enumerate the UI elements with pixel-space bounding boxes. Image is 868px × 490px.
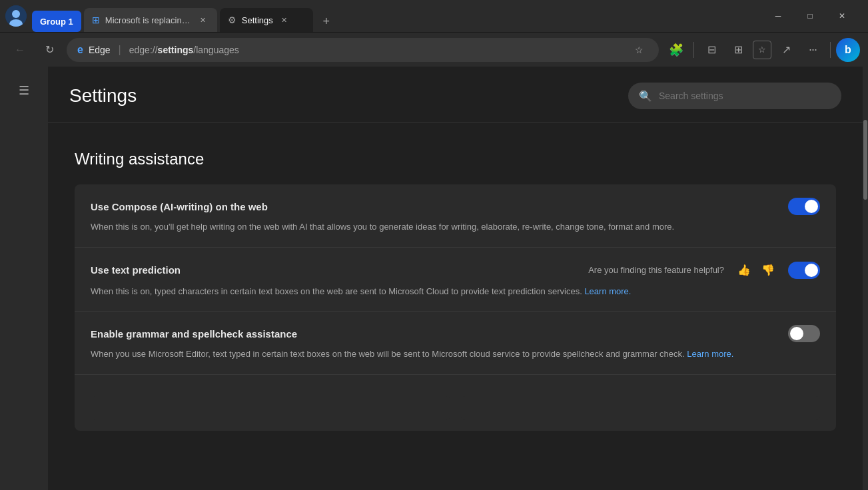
compose-setting-name: Use Compose (AI-writing) on the web	[91, 201, 268, 212]
grammar-setting-name: Enable grammar and spellcheck assistance	[91, 328, 297, 340]
address-bar-row: ← ↻ e Edge | edge://settings/languages ☆…	[0, 32, 868, 67]
text-prediction-toggle-thumb	[805, 264, 818, 277]
compose-toggle-thumb	[805, 200, 818, 213]
url-prefix: edge://	[129, 45, 158, 55]
settings-tab-label: Settings	[242, 15, 273, 25]
svg-point-1	[12, 10, 20, 18]
edge-logo-icon: e	[77, 44, 83, 56]
window-controls: ─ □ ✕	[763, 5, 857, 27]
title-bar: Group 1 ⊞ Microsoft is replacing Windows…	[0, 0, 868, 32]
bottom-panel-left	[91, 396, 450, 420]
bottom-panels	[91, 396, 820, 420]
scrollbar-thumb	[863, 120, 867, 200]
bing-icon: b	[845, 44, 851, 56]
text-prediction-name: Use text prediction	[91, 264, 181, 276]
maximize-button[interactable]: □	[795, 5, 825, 27]
page-scrollbar[interactable]	[863, 67, 868, 490]
minimize-button[interactable]: ─	[763, 5, 793, 27]
sidebar: ☰	[0, 67, 48, 490]
text-prediction-desc-text: When this is on, typed characters in cer…	[91, 286, 582, 296]
back-icon: ←	[15, 44, 25, 56]
content-area: Writing assistance Use Compose (AI-writi…	[48, 123, 863, 457]
collections-icon[interactable]: ⊞	[726, 38, 750, 62]
compose-setting-desc: When this is on, you'll get help writing…	[91, 220, 820, 234]
compose-toggle[interactable]	[788, 198, 820, 215]
extensions-icon[interactable]: 🧩	[664, 38, 688, 62]
feedback-question: Are you finding this feature helpful?	[588, 265, 724, 275]
grammar-setting-desc: When you use Microsoft Editor, text type…	[91, 348, 820, 361]
setting-row-text-prediction: Use text prediction Are you finding this…	[75, 248, 836, 312]
bottom-panel-right	[461, 396, 821, 420]
search-settings-input[interactable]	[659, 91, 831, 101]
split-screen-icon[interactable]: ⊟	[699, 38, 723, 62]
compose-setting-header: Use Compose (AI-writing) on the web	[91, 198, 820, 215]
reload-button[interactable]: ↻	[37, 38, 61, 62]
more-tools-icon[interactable]: ☆	[753, 41, 771, 59]
url-suffix: /languages	[193, 45, 239, 55]
text-prediction-learn-more[interactable]: Learn more.	[584, 286, 631, 296]
grammar-toggle[interactable]	[788, 325, 820, 342]
main-content: Settings 🔍 Writing assistance Use Compos…	[48, 67, 863, 490]
news-tab-favicon: ⊞	[92, 15, 100, 25]
setting-row-grammar: Enable grammar and spellcheck assistance…	[75, 312, 836, 375]
url-path: settings	[158, 45, 194, 55]
settings-card: Use Compose (AI-writing) on the web When…	[75, 184, 836, 431]
text-prediction-desc: When this is on, typed characters in cer…	[91, 285, 820, 298]
feedback-icons: 👍 👎	[735, 261, 777, 280]
setting-row-compose: Use Compose (AI-writing) on the web When…	[75, 184, 836, 248]
text-prediction-header: Use text prediction Are you finding this…	[91, 261, 820, 280]
tab-group-1[interactable]: Group 1	[32, 11, 81, 32]
address-separator: |	[119, 44, 121, 56]
grammar-desc-text: When you use Microsoft Editor, text type…	[91, 349, 685, 359]
sidebar-menu-button[interactable]: ☰	[11, 77, 37, 104]
bing-button[interactable]: b	[836, 38, 860, 62]
thumbs-up-icon[interactable]: 👍	[735, 261, 753, 280]
search-icon: 🔍	[639, 90, 652, 103]
avatar[interactable]	[5, 5, 27, 27]
new-tab-button[interactable]: +	[316, 11, 337, 32]
back-button[interactable]: ←	[8, 38, 32, 62]
favorites-icon[interactable]: ☆	[630, 41, 648, 59]
grammar-toggle-thumb	[790, 327, 803, 340]
section-title: Writing assistance	[75, 150, 836, 168]
reload-icon: ↻	[45, 43, 54, 56]
search-settings-bar[interactable]: 🔍	[628, 83, 841, 109]
address-text: edge://settings/languages	[129, 45, 239, 55]
group-tab-label: Group 1	[40, 17, 73, 27]
setting-row-bottom	[75, 375, 836, 431]
settings-page: ☰ Settings 🔍 Writing assistance Use Comp…	[0, 67, 868, 490]
text-prediction-controls: Are you finding this feature helpful? 👍 …	[588, 261, 820, 280]
address-icons: ☆	[630, 41, 648, 59]
address-bar[interactable]: e Edge | edge://settings/languages ☆	[67, 38, 659, 62]
settings-tab-favicon: ⚙	[228, 15, 236, 25]
thumbs-down-icon[interactable]: 👎	[759, 261, 777, 280]
settings-tab-close[interactable]: ✕	[278, 14, 290, 26]
text-prediction-toggle[interactable]	[788, 262, 820, 279]
edge-brand-label: Edge	[89, 45, 111, 55]
hamburger-icon: ☰	[19, 83, 29, 98]
grammar-learn-more[interactable]: Learn more.	[687, 349, 733, 359]
tab-settings[interactable]: ⚙ Settings ✕	[220, 8, 313, 32]
close-button[interactable]: ✕	[827, 5, 857, 27]
grammar-setting-header: Enable grammar and spellcheck assistance	[91, 325, 820, 342]
toolbar-separator-2	[830, 42, 831, 58]
news-tab-close[interactable]: ✕	[197, 14, 209, 26]
toolbar-separator-1	[693, 42, 694, 58]
share-icon[interactable]: ↗	[774, 38, 798, 62]
tab-news[interactable]: ⊞ Microsoft is replacing Windows... ✕	[84, 8, 217, 32]
settings-header: Settings 🔍	[48, 67, 863, 123]
page-title: Settings	[69, 85, 137, 107]
news-tab-label: Microsoft is replacing Windows...	[105, 15, 192, 25]
tab-bar: Group 1 ⊞ Microsoft is replacing Windows…	[32, 0, 760, 32]
more-icon[interactable]: ···	[801, 38, 825, 62]
toolbar-icons: 🧩 ⊟ ⊞ ☆ ↗ ··· b	[664, 38, 860, 62]
